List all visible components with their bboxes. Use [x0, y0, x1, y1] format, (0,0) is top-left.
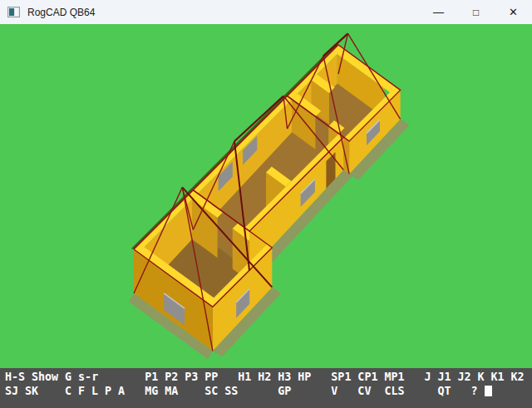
cmd-pp: PP	[204, 371, 218, 384]
text-cursor	[485, 386, 492, 396]
close-button[interactable]: ✕	[495, 0, 532, 24]
cmd-cv: CV	[357, 385, 371, 398]
cmd-gp: GP	[278, 385, 291, 398]
window-title: RogCAD QB64	[27, 7, 420, 18]
close-icon: ✕	[509, 6, 518, 18]
cmd-hp: HP	[298, 371, 311, 384]
cmd-cp1: CP1	[357, 371, 377, 384]
cmd-ss: SS	[224, 385, 238, 398]
window-controls: — □ ✕	[420, 0, 532, 24]
cmd-j: J	[424, 371, 431, 384]
3d-viewport[interactable]	[0, 24, 532, 368]
cmd-h1: H1	[238, 371, 251, 384]
cmd-s-r: s-r	[78, 371, 98, 384]
cmd-j1: J1	[437, 371, 451, 384]
minimize-button[interactable]: —	[420, 0, 457, 24]
cmd-v: V	[331, 385, 337, 398]
maximize-button[interactable]: □	[457, 0, 495, 24]
cmd-p2: P2	[165, 371, 178, 384]
cmd-sp1: SP1	[331, 371, 351, 384]
cmd-h3: H3	[278, 371, 291, 384]
minimize-icon: —	[433, 6, 444, 18]
cmd-a: A	[118, 385, 125, 398]
cmd-sj: SJ	[5, 385, 18, 398]
cmd-show: Show	[32, 371, 58, 384]
maximize-icon: □	[473, 7, 479, 18]
app-icon-right	[15, 8, 18, 16]
cmd-ma: MA	[165, 385, 178, 398]
cmd-sk: SK	[25, 385, 38, 398]
cmd-qt: QT	[437, 385, 451, 398]
cmd-h-s: H-S	[5, 371, 25, 384]
app-icon-left	[9, 8, 14, 16]
cmd-j2: J2	[457, 371, 470, 384]
cmd-mg: MG	[145, 385, 158, 398]
cmd-help: ?	[470, 385, 477, 398]
cmd-p3: P3	[185, 371, 198, 384]
cmd-c: C	[65, 385, 71, 398]
cmd-h2: H2	[258, 371, 271, 384]
cmd-f: F	[78, 385, 85, 398]
cmd-l: L	[91, 385, 98, 398]
house-model	[0, 24, 532, 368]
cmd-k2: K2	[511, 371, 525, 384]
cmd-k: K	[477, 371, 484, 384]
command-bar: H-SShowGs-rP1P2P3PPH1H2H3HPSP1CP1MP1JJ1J…	[0, 368, 532, 408]
cmd-p1: P1	[145, 371, 158, 384]
cmd-p: P	[105, 385, 111, 398]
titlebar[interactable]: RogCAD QB64 — □ ✕	[0, 0, 532, 24]
app-icon	[7, 7, 20, 17]
cmd-sc: SC	[204, 385, 218, 398]
cmd-k1: K1	[491, 371, 505, 384]
cmd-cls: CLS	[384, 385, 404, 398]
cmd-g: G	[65, 371, 71, 384]
cmd-mp1: MP1	[384, 371, 404, 384]
app-window: RogCAD QB64 — □ ✕ H-SShowGs-rP1P2P3PPH1H…	[0, 0, 532, 408]
